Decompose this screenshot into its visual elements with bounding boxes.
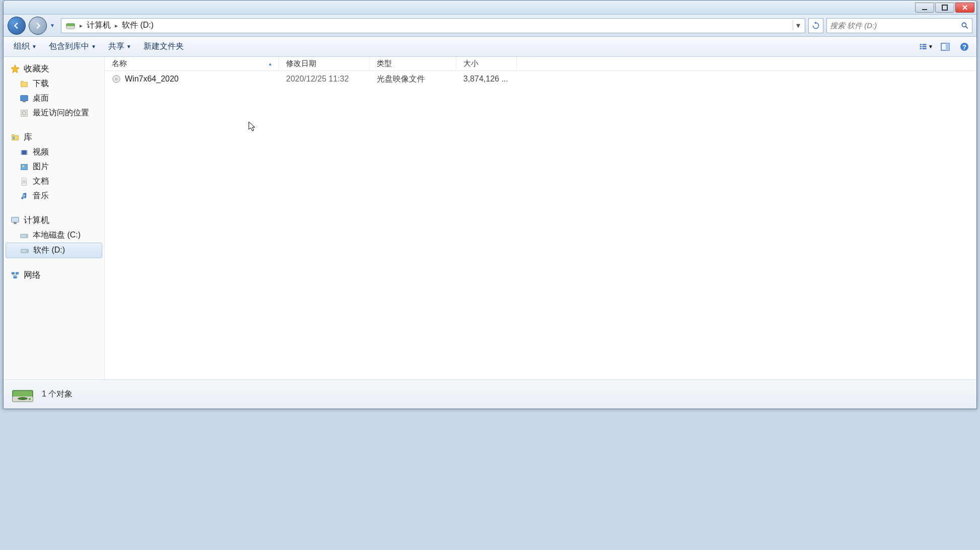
close-button[interactable]	[955, 3, 974, 13]
recent-places-icon	[20, 109, 29, 118]
preview-pane-button[interactable]	[938, 40, 952, 54]
column-name[interactable]: 名称 ▴	[105, 57, 279, 70]
nav-history-dropdown[interactable]: ▼	[50, 23, 58, 28]
sidebar-item-drive-d[interactable]: 软件 (D:)	[6, 243, 102, 258]
star-icon	[11, 64, 20, 73]
sidebar-libraries-header[interactable]: 库	[4, 129, 104, 145]
computer-icon	[11, 216, 20, 225]
svg-rect-10	[922, 48, 926, 49]
svg-rect-6	[922, 44, 926, 45]
svg-rect-21	[21, 150, 22, 154]
window-controls	[915, 3, 974, 13]
svg-point-4	[962, 23, 966, 27]
file-size-cell: 3,874,126 ...	[456, 74, 517, 84]
music-icon	[20, 192, 29, 201]
column-type-label: 类型	[377, 59, 392, 68]
downloads-label: 下载	[33, 78, 49, 89]
search-input[interactable]	[830, 21, 961, 30]
column-headers: 名称 ▴ 修改日期 类型 大小	[105, 57, 976, 71]
breadcrumb-dropdown[interactable]: ▾	[793, 21, 803, 30]
svg-rect-19	[13, 136, 15, 139]
drive-status-icon	[11, 382, 35, 407]
sidebar-item-documents[interactable]: 文档	[4, 174, 104, 189]
organize-button[interactable]: 组织▼	[9, 39, 42, 54]
file-name-label: Win7x64_2020	[125, 74, 179, 84]
new-folder-button[interactable]: 新建文件夹	[138, 39, 189, 54]
minimize-button[interactable]	[915, 3, 934, 13]
drive-c-label: 本地磁盘 (C:)	[33, 230, 81, 241]
network-icon	[11, 271, 20, 280]
breadcrumb-separator: ▸	[80, 22, 83, 29]
view-mode-button[interactable]: ▼	[919, 40, 933, 54]
refresh-button[interactable]	[808, 18, 823, 33]
sidebar-item-pictures[interactable]: 图片	[4, 160, 104, 174]
sidebar-computer-header[interactable]: 计算机	[4, 212, 104, 228]
desktop-label: 桌面	[33, 93, 49, 104]
svg-rect-25	[12, 217, 19, 222]
pictures-icon	[20, 163, 29, 172]
sidebar-item-recent[interactable]: 最近访问的位置	[4, 106, 104, 120]
svg-point-24	[22, 165, 24, 167]
maximize-button[interactable]	[935, 3, 954, 13]
titlebar[interactable]	[4, 1, 976, 15]
documents-icon	[20, 177, 29, 186]
status-bar: 1 个对象	[4, 379, 976, 409]
svg-point-35	[115, 78, 117, 80]
explorer-body: 收藏夹 下载 桌面 最近访问的位置 库	[4, 57, 976, 379]
sort-indicator-icon: ▴	[269, 61, 271, 66]
sidebar-network-header[interactable]: 网络	[4, 267, 104, 283]
pictures-label: 图片	[33, 162, 49, 172]
sidebar-item-drive-c[interactable]: 本地磁盘 (C:)	[4, 228, 104, 243]
svg-rect-1	[942, 5, 947, 10]
music-label: 音乐	[33, 191, 49, 201]
drive-icon	[65, 21, 76, 31]
search-icon	[961, 22, 969, 30]
column-date[interactable]: 修改日期	[279, 57, 370, 70]
sidebar-item-downloads[interactable]: 下载	[4, 76, 104, 91]
svg-rect-5	[920, 44, 922, 45]
svg-rect-17	[21, 110, 28, 116]
include-library-button[interactable]: 包含到库中▼	[44, 39, 101, 54]
breadcrumb-item-drive[interactable]: 软件 (D:)	[120, 19, 156, 32]
svg-rect-3	[66, 26, 75, 29]
drive-d-icon	[20, 246, 29, 255]
sidebar-network-group: 网络	[4, 267, 104, 283]
share-button[interactable]: 共享▼	[103, 39, 136, 54]
recent-label: 最近访问的位置	[33, 108, 89, 118]
file-date-label: 2020/12/25 11:32	[286, 74, 349, 84]
file-name-cell: Win7x64_2020	[105, 74, 279, 84]
sidebar-computer-group: 计算机 本地磁盘 (C:) 软件 (D:)	[4, 212, 104, 258]
mouse-cursor	[248, 121, 257, 134]
sidebar-item-videos[interactable]: 视频	[4, 145, 104, 160]
back-button[interactable]	[8, 17, 26, 35]
forward-button[interactable]	[29, 17, 47, 35]
svg-rect-22	[27, 150, 28, 154]
column-size[interactable]: 大小	[456, 57, 517, 70]
desktop-icon	[20, 94, 29, 103]
sidebar-favorites-header[interactable]: 收藏夹	[4, 61, 104, 76]
column-type[interactable]: 类型	[370, 57, 456, 70]
file-row[interactable]: Win7x64_2020 2020/12/25 11:32 光盘映像文件 3,8…	[105, 71, 976, 87]
svg-rect-9	[920, 48, 922, 49]
svg-rect-15	[21, 95, 28, 101]
computer-label: 计算机	[24, 214, 49, 226]
drive-c-icon	[20, 231, 29, 240]
column-date-label: 修改日期	[286, 59, 316, 68]
svg-rect-30	[27, 251, 28, 252]
sidebar-item-music[interactable]: 音乐	[4, 189, 104, 203]
help-button[interactable]: ?	[957, 40, 971, 54]
svg-rect-20	[21, 150, 28, 154]
videos-icon	[20, 148, 29, 157]
svg-rect-16	[23, 101, 25, 102]
breadcrumb-item-computer[interactable]: 计算机	[85, 19, 113, 32]
breadcrumb[interactable]: ▸ 计算机 ▸ 软件 (D:) ▾	[61, 18, 805, 33]
file-type-cell: 光盘映像文件	[370, 74, 456, 85]
svg-rect-32	[16, 272, 19, 274]
sidebar-favorites-group: 收藏夹 下载 桌面 最近访问的位置	[4, 61, 104, 120]
include-label: 包含到库中	[49, 41, 89, 52]
sidebar-item-desktop[interactable]: 桌面	[4, 91, 104, 106]
svg-rect-8	[922, 46, 926, 47]
search-box[interactable]	[826, 18, 972, 33]
svg-rect-0	[922, 9, 927, 10]
libraries-icon	[11, 133, 20, 142]
